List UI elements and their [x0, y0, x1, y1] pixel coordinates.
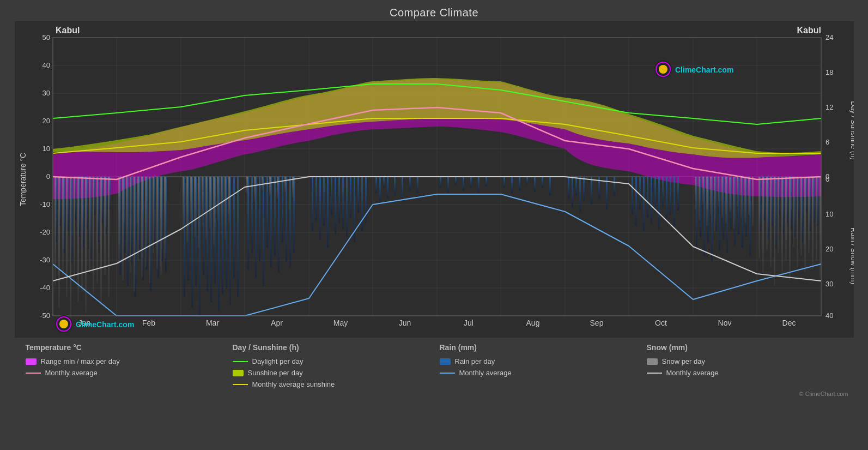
svg-rect-121: [579, 177, 581, 212]
legend-item-sunshine-swatch: Sunshine per day: [233, 369, 429, 377]
svg-rect-171: [54, 177, 56, 286]
legend-item-sunshine-avg: Monthly average sunshine: [233, 380, 429, 388]
svg-rect-229: [733, 177, 735, 229]
svg-rect-190: [133, 177, 135, 291]
svg-text:0: 0: [46, 172, 50, 181]
svg-rect-138: [673, 177, 675, 226]
svg-rect-77: [282, 177, 283, 242]
svg-text:10: 10: [825, 210, 833, 218]
svg-rect-247: [804, 177, 806, 272]
svg-rect-211: [228, 177, 230, 223]
sunshine-avg-line: [233, 384, 248, 385]
sunshine-swatch: [233, 370, 244, 376]
svg-rect-185: [108, 177, 110, 297]
temp-range-label: Range min / max per day: [41, 357, 120, 365]
svg-rect-106: [455, 177, 457, 185]
svg-rect-134: [658, 177, 660, 229]
svg-text:20: 20: [42, 117, 50, 125]
svg-rect-210: [224, 177, 226, 239]
svg-rect-174: [66, 177, 68, 297]
svg-rect-246: [800, 177, 802, 256]
rain-avg-line: [440, 373, 455, 374]
svg-text:12: 12: [825, 103, 833, 111]
legend-column-rain: Rain (mm) Rain per day Monthly average: [434, 343, 641, 388]
svg-rect-111: [503, 177, 505, 188]
svg-rect-200: [186, 177, 188, 242]
svg-rect-205: [205, 177, 207, 239]
svg-rect-73: [266, 177, 268, 248]
svg-text:-20: -20: [40, 228, 50, 236]
svg-rect-186: [118, 177, 120, 264]
svg-rect-231: [740, 177, 742, 218]
svg-rect-114: [526, 177, 528, 185]
svg-rect-102: [409, 177, 411, 190]
svg-text:10: 10: [42, 145, 50, 153]
legend-item-rain-swatch: Rain per day: [440, 357, 636, 365]
svg-rect-175: [70, 177, 71, 319]
svg-rect-198: [164, 177, 166, 259]
svg-rect-193: [145, 177, 147, 267]
svg-rect-180: [89, 177, 90, 272]
svg-rect-132: [651, 177, 652, 223]
svg-text:Kabul: Kabul: [56, 26, 80, 35]
svg-rect-110: [485, 177, 487, 187]
svg-rect-98: [383, 177, 385, 188]
svg-rect-192: [141, 177, 143, 278]
svg-rect-217: [284, 177, 286, 192]
svg-rect-199: [183, 177, 184, 231]
svg-rect-108: [470, 177, 472, 188]
rain-avg-label: Monthly average: [459, 369, 512, 377]
svg-text:6: 6: [825, 138, 829, 146]
svg-rect-97: [379, 177, 381, 204]
svg-rect-100: [394, 177, 396, 196]
svg-rect-215: [269, 177, 271, 196]
snow-avg-label: Monthly average: [666, 369, 719, 377]
svg-text:Aug: Aug: [526, 319, 539, 327]
svg-rect-139: [677, 177, 679, 211]
svg-rect-128: [635, 177, 637, 226]
legend-column-sunshine: Day / Sunshine (h) Daylight per day Suns…: [227, 343, 434, 388]
svg-rect-99: [387, 177, 389, 199]
svg-rect-93: [357, 177, 359, 212]
legend-item-daylight: Daylight per day: [233, 357, 429, 365]
svg-rect-173: [62, 177, 64, 275]
svg-rect-94: [361, 177, 363, 231]
svg-rect-115: [534, 177, 536, 192]
svg-rect-178: [81, 177, 83, 291]
svg-rect-181: [93, 177, 94, 294]
svg-text:30: 30: [825, 280, 833, 288]
svg-text:Dec: Dec: [782, 319, 796, 327]
snow-swatch-label: Snow per day: [662, 357, 706, 365]
temp-avg-label: Monthly average: [45, 369, 98, 377]
svg-rect-194: [149, 177, 150, 283]
svg-rect-223: [710, 177, 712, 215]
svg-rect-177: [77, 177, 79, 302]
svg-rect-86: [331, 177, 332, 215]
svg-rect-209: [221, 177, 222, 234]
svg-rect-184: [104, 177, 106, 275]
svg-rect-176: [74, 177, 75, 280]
legend-item-temp-range: Range min / max per day: [26, 357, 222, 365]
svg-point-297: [659, 65, 667, 74]
svg-text:Kabul: Kabul: [797, 26, 821, 35]
svg-rect-225: [718, 177, 719, 207]
svg-rect-85: [327, 177, 329, 248]
svg-rect-214: [262, 177, 263, 190]
svg-rect-172: [58, 177, 60, 308]
svg-rect-249: [812, 177, 814, 269]
svg-rect-118: [568, 177, 569, 199]
legend-header-rain: Rain (mm): [440, 343, 636, 352]
svg-rect-207: [213, 177, 215, 245]
svg-text:40: 40: [42, 61, 50, 69]
chart-svg: 50 40 30 20 10 0 -10 -20 -30 -40 -50 Tem…: [15, 21, 854, 338]
svg-rect-189: [130, 177, 131, 272]
chart-title: Compare Climate: [390, 7, 478, 19]
svg-rect-113: [519, 177, 520, 190]
svg-rect-248: [808, 177, 810, 253]
svg-rect-83: [319, 177, 321, 239]
svg-rect-81: [312, 177, 313, 231]
svg-rect-197: [160, 177, 162, 275]
daylight-line: [233, 361, 248, 362]
svg-rect-137: [670, 177, 671, 215]
svg-rect-71: [259, 177, 260, 261]
